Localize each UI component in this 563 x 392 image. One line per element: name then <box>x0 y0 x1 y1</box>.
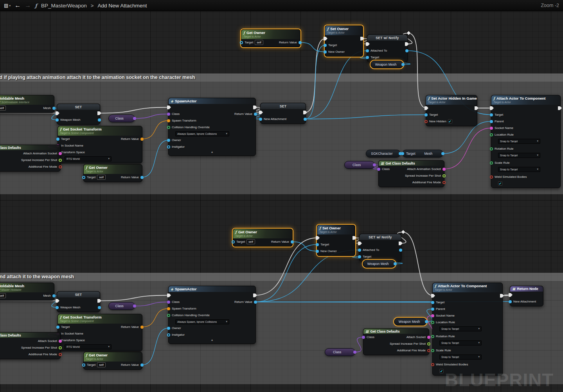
rotation-rule-pin[interactable] <box>431 335 434 338</box>
scale-rule-pin[interactable] <box>431 349 434 352</box>
attach-animation-socket-pin[interactable] <box>59 152 62 155</box>
location-rule-pin[interactable] <box>431 321 434 324</box>
attach-socket-pin[interactable] <box>427 336 430 339</box>
exec-pin[interactable] <box>405 42 409 46</box>
text-input[interactable]: self <box>97 362 106 367</box>
node-get-class-defaults[interactable]: ▦Get Class DefaultsClassAttach Animation… <box>378 160 444 187</box>
dropdown[interactable]: RTS World▾ <box>65 156 112 161</box>
node-return-node[interactable]: ▣Return NodeNew Attachment <box>510 286 543 306</box>
text-input[interactable]: self <box>0 293 6 298</box>
class-pin[interactable] <box>377 168 380 171</box>
return-value-pin[interactable] <box>140 326 144 329</box>
exec-pin[interactable] <box>490 106 494 110</box>
exec-pin[interactable] <box>424 106 428 110</box>
node-get-owner[interactable]: ƒGet OwnerTarget is ActorTargetselfRetur… <box>233 229 293 247</box>
scale-rule-pin[interactable] <box>490 161 493 165</box>
node-attach-actor-to-component[interactable]: ƒAttach Actor To ComponentTarget is Acto… <box>491 95 561 188</box>
value-pin[interactable] <box>394 262 397 265</box>
dropdown[interactable]: Snap to Target▾ <box>498 167 540 172</box>
node-class[interactable]: Class <box>344 161 375 169</box>
value-pin[interactable] <box>98 118 101 122</box>
exec-pin[interactable] <box>167 294 171 297</box>
exec-pin[interactable] <box>324 37 327 41</box>
dropdown[interactable]: Snap to Target▾ <box>439 340 482 345</box>
target-pin[interactable] <box>56 326 59 329</box>
exec-pin[interactable] <box>358 242 362 245</box>
node-get-class-defaults[interactable]: ▦Get Class DefaultsClassAttach Animation… <box>0 145 61 172</box>
mesh-pin[interactable] <box>441 152 444 155</box>
back-button[interactable]: ← <box>14 2 21 9</box>
text-input[interactable]: self <box>0 106 6 111</box>
owner-pin[interactable] <box>167 327 170 330</box>
weapon-mesh-pin[interactable] <box>56 118 59 122</box>
node-weapon-mesh[interactable]: Weapon Mesh <box>371 61 403 68</box>
socket-name-pin[interactable] <box>431 314 434 317</box>
return-value-pin[interactable] <box>254 113 257 116</box>
mesh-pin[interactable] <box>52 294 56 297</box>
checkbox[interactable]: ✔ <box>448 119 452 124</box>
class-pin[interactable] <box>167 301 170 304</box>
value-pin[interactable] <box>133 117 136 120</box>
parent-pin[interactable] <box>431 308 434 311</box>
dropdown[interactable]: Always Spawn, Ignore Collisions▾ <box>175 131 229 136</box>
spread-increase-per-shot-pin[interactable] <box>442 174 446 177</box>
node-sgk-holdable-mesh[interactable]: ƒSGK Holdable MeshTarget is BP Master Ho… <box>0 283 54 301</box>
collision-handling-override-pin[interactable] <box>167 126 170 129</box>
breadcrumb-root[interactable]: BP_MasterWeapon <box>41 3 87 9</box>
node-set-w-notify[interactable]: SET w/ NotifyAttached ToTarget <box>367 34 408 62</box>
socket-name-pin[interactable] <box>490 127 493 130</box>
target-pin[interactable] <box>56 138 59 141</box>
value-pin[interactable] <box>304 118 307 121</box>
dropdown[interactable]: Always Spawn, Ignore Collisions▾ <box>175 319 229 324</box>
new-attachment-pin[interactable] <box>259 118 262 121</box>
graph-canvas[interactable]: and if playing attach animation attach i… <box>0 0 563 392</box>
location-rule-pin[interactable] <box>490 133 493 136</box>
rotation-rule-pin[interactable] <box>490 147 493 150</box>
collapse-button[interactable]: ▴ <box>169 338 255 342</box>
class-pin[interactable] <box>362 336 365 339</box>
text-input[interactable]: self <box>246 239 255 244</box>
instigator-pin[interactable] <box>167 333 170 337</box>
text-input[interactable]: self <box>97 175 106 180</box>
node-weapon-mesh[interactable]: Weapon Mesh <box>394 318 427 326</box>
return-value-pin[interactable] <box>140 363 144 367</box>
value-pin[interactable] <box>373 163 376 166</box>
node-class[interactable]: Class <box>108 302 135 310</box>
forward-button[interactable]: → <box>25 2 31 9</box>
node-set-owner[interactable]: ƒSet OwnerTarget is ActorTargetNew Owner <box>317 225 355 256</box>
dropdown[interactable]: Snap to Target▾ <box>498 153 540 158</box>
node-set[interactable]: SETNew Attachment <box>260 103 306 124</box>
parent-pin[interactable] <box>490 120 493 123</box>
exec-pin[interactable] <box>353 236 356 240</box>
dropdown[interactable]: RTS World▾ <box>65 344 112 349</box>
new-hidden-pin[interactable] <box>424 120 428 123</box>
node-get-owner[interactable]: ƒGet OwnerTarget is ActorTargetselfRetur… <box>83 352 142 370</box>
value-pin[interactable] <box>405 49 408 52</box>
return-value-pin[interactable] <box>140 138 144 141</box>
target-pin[interactable] <box>366 56 369 59</box>
node-attach-actor-to-component[interactable]: ƒAttach Actor To ComponentTarget is Acto… <box>432 283 503 376</box>
value-pin[interactable] <box>353 351 356 354</box>
exec-pin[interactable] <box>509 293 513 297</box>
exec-pin[interactable] <box>259 111 263 115</box>
instigator-pin[interactable] <box>167 145 170 149</box>
target-pin[interactable] <box>431 301 434 304</box>
node-sgk-holdable-mesh[interactable]: ƒSGK Holdable MeshTarget is BP SGKHoldab… <box>0 95 54 113</box>
attach-animation-socket-pin[interactable] <box>442 168 446 171</box>
value-pin[interactable] <box>98 306 101 309</box>
exec-pin[interactable] <box>56 111 59 115</box>
exec-pin[interactable] <box>56 299 59 303</box>
node-weapon-mesh[interactable]: Weapon Mesh <box>363 260 396 268</box>
target-pin[interactable] <box>358 255 361 258</box>
node-get-socket-transform[interactable]: ƒGet Socket TransformTarget is Scene Com… <box>58 314 142 351</box>
node-class[interactable]: Class <box>325 348 355 356</box>
node-mesh[interactable]: TargetMesh <box>402 150 443 158</box>
checkbox[interactable]: ✔ <box>439 369 444 373</box>
attach-socket-pin[interactable] <box>59 340 62 343</box>
node-set[interactable]: SETWeapon Mesh <box>57 291 100 312</box>
collapse-button[interactable]: ▴ <box>169 150 255 154</box>
asset-menu-button[interactable]: ▨ ▾ <box>4 3 11 8</box>
target-pin[interactable] <box>324 44 327 47</box>
return-value-pin[interactable] <box>291 240 294 243</box>
dropdown[interactable]: Snap to Target▾ <box>439 326 482 331</box>
